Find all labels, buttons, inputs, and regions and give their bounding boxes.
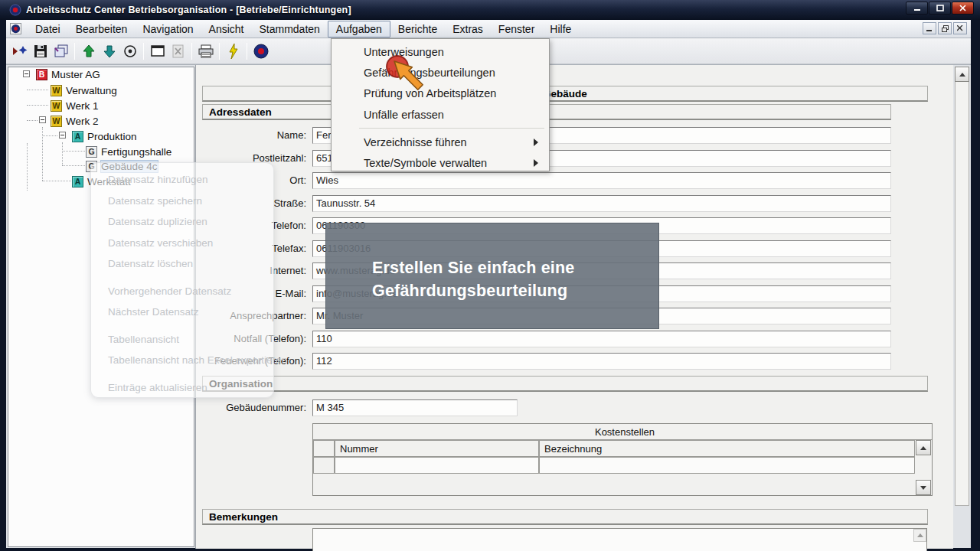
ghost-menu-item: Datensatz duplizieren (108, 211, 273, 233)
excel-export-button[interactable] (168, 41, 188, 61)
scroll-up-button[interactable] (955, 67, 969, 82)
mdi-close-icon (957, 25, 963, 31)
row-selector-cell[interactable] (313, 457, 335, 474)
field-label: Gebäudenummer: (204, 399, 306, 416)
window-view-button[interactable] (147, 41, 168, 61)
tree-connector (62, 165, 85, 166)
close-button[interactable] (952, 2, 974, 15)
title-bar: Arbeitsschutz Center Betriebsorganisatio… (0, 0, 980, 20)
table-cell-bezeichnung[interactable] (539, 457, 915, 474)
copy-records-button[interactable] (51, 41, 71, 61)
menu-item-unfaelle-erfassen[interactable]: Unfälle erfassen (332, 104, 549, 125)
menu-stammdaten[interactable]: Stammdaten (251, 21, 327, 37)
wizard-button[interactable] (223, 41, 243, 61)
table-cell-nummer[interactable] (335, 457, 539, 474)
print-button[interactable] (195, 41, 216, 61)
menu-item-texte-symbole-verwalten[interactable]: Texte/Symbole verwalten (332, 152, 549, 173)
remarks-section-label: Bemerkungen (209, 511, 278, 523)
menu-berichte[interactable]: Berichte (390, 21, 445, 37)
menu-fenster[interactable]: Fenster (491, 21, 542, 37)
record-navigate-icon (11, 44, 28, 59)
menu-item-unterweisungen[interactable]: Unterweisungen (332, 41, 549, 62)
organisation-section-header: Organisation (202, 376, 928, 392)
tree-connector (42, 135, 57, 136)
kostenstellen-title: Kostenstellen (313, 424, 932, 440)
mdi-close-button[interactable] (953, 22, 967, 34)
close-icon (959, 5, 966, 11)
aufgaben-dropdown-menu: Unterweisungen Gefährdungsbeurteilungen … (331, 38, 550, 171)
strasse-field[interactable]: Taunusstr. 54 (312, 195, 891, 212)
menu-item-verzeichnisse-fuehren[interactable]: Verzeichnisse führen (332, 132, 549, 152)
ghost-menu-item: Nächster Datensatz (108, 302, 273, 323)
menu-hilfe[interactable]: Hilfe (542, 21, 579, 37)
move-down-icon (103, 44, 116, 59)
menu-item-pruefung-von-arbeitsplaetzen[interactable]: Prüfung von Arbeitsplätzen (332, 83, 549, 104)
notfall-telefon-field[interactable]: 110 (312, 331, 891, 347)
print-icon (198, 44, 214, 59)
bemerkungen-textarea[interactable] (312, 528, 927, 551)
menu-ansicht[interactable]: Ansicht (201, 21, 252, 37)
menu-aufgaben[interactable]: Aufgaben (328, 21, 390, 37)
copy-records-icon (53, 44, 70, 59)
orange-cursor-icon (394, 61, 423, 90)
tree-expander[interactable] (59, 132, 66, 139)
table-scroll-up-button[interactable] (916, 440, 931, 455)
tree-connector (27, 105, 48, 106)
callout-line2: Gefährdungsbeurteilung (372, 279, 658, 302)
document-app-icon (10, 23, 21, 34)
menu-navigation[interactable]: Navigation (135, 21, 201, 37)
feuerwehr-telefon-field[interactable]: 112 (312, 353, 891, 370)
app-home-button[interactable] (250, 41, 271, 61)
target-button[interactable] (119, 41, 140, 61)
minimize-button[interactable] (906, 2, 928, 15)
record-navigate-button[interactable] (9, 41, 30, 61)
tree-item-produktion[interactable]: A Produktion (72, 129, 137, 143)
tree-item-label: Werk 1 (66, 100, 99, 112)
tree-item-label: Werk 2 (66, 116, 99, 127)
submenu-arrow-icon (534, 159, 538, 167)
tree-connector (62, 151, 85, 152)
ort-field[interactable]: Wies (312, 172, 891, 189)
tree-item-werk-2[interactable]: W Werk 2 (51, 114, 99, 128)
kostenstellen-table: Kostenstellen Nummer Bezeichnung (312, 423, 933, 496)
window-title: Arbeitsschutz Center Betriebsorganisatio… (26, 5, 351, 15)
tree-item-verwaltung[interactable]: W Verwaltung (51, 83, 117, 97)
tree-item-label: Verwaltung (66, 85, 117, 96)
move-up-icon (82, 44, 96, 59)
tree-item-label: Fertigungshalle (101, 146, 172, 158)
move-up-button[interactable] (78, 41, 99, 61)
menu-bar: Datei Bearbeiten Navigation Ansicht Stam… (6, 20, 971, 38)
tree-expander[interactable] (39, 116, 46, 123)
save-button[interactable] (30, 41, 51, 61)
tree-connector (62, 142, 63, 165)
menu-item-gefaehrdungsbeurteilungen[interactable]: Gefährdungsbeurteilungen (332, 62, 549, 83)
mdi-restore-icon (942, 25, 949, 32)
group-header-band: Gebäude (202, 86, 928, 102)
ghost-menu-item: Datensatz hinzufügen (108, 169, 273, 191)
area-icon: A (72, 176, 83, 187)
form-scrollbar[interactable] (955, 67, 969, 506)
site-icon: W (51, 85, 62, 96)
tree-item-werk-1[interactable]: W Werk 1 (51, 99, 99, 112)
menu-extras[interactable]: Extras (445, 21, 491, 37)
arrow-up-icon (917, 533, 923, 537)
menu-bearbeiten[interactable]: Bearbeiten (68, 21, 136, 37)
app-logo-icon (9, 4, 21, 16)
maximize-icon (936, 5, 944, 11)
app-logo-icon (253, 43, 270, 60)
tree-item-fertigungshalle[interactable]: G Fertigungshalle (86, 145, 172, 158)
save-icon (33, 44, 48, 59)
remarks-scroll-up-button[interactable] (913, 529, 926, 542)
mdi-minimize-button[interactable] (923, 22, 936, 34)
maximize-button[interactable] (929, 2, 951, 15)
move-down-button[interactable] (99, 41, 119, 61)
menu-item-label: Texte/Symbole verwalten (364, 157, 487, 169)
address-section-label: Adressdaten (209, 106, 272, 118)
tree-expander[interactable] (23, 70, 30, 77)
cursor-highlight (379, 51, 434, 106)
menu-datei[interactable]: Datei (28, 21, 68, 37)
tree-item-muster-ag[interactable]: B Muster AG (36, 67, 100, 81)
table-scroll-down-button[interactable] (916, 480, 931, 495)
gebaeudenummer-field[interactable]: M 345 (312, 399, 518, 416)
mdi-restore-button[interactable] (938, 22, 952, 34)
